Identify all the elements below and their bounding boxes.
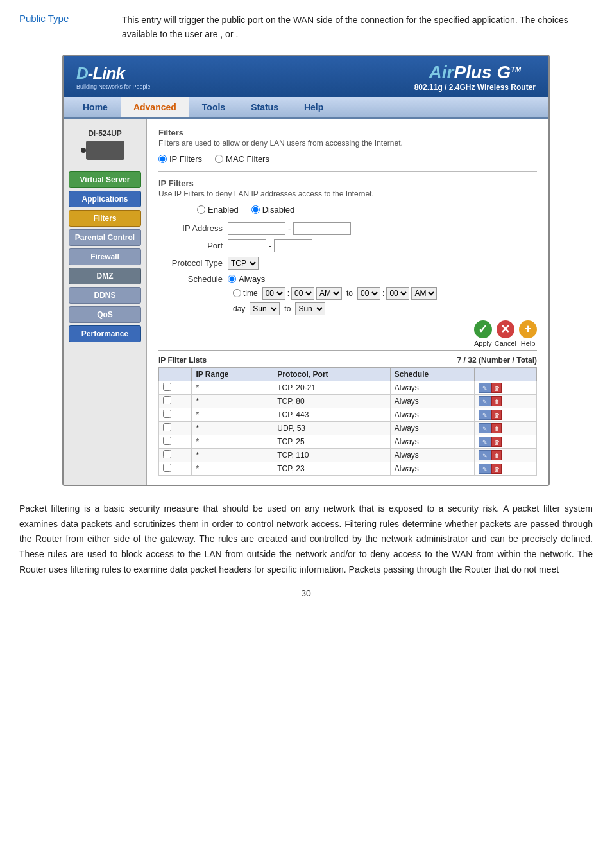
delete-button-5[interactable]: 🗑 (491, 450, 502, 460)
protocol-select[interactable]: TCP UDP Both (228, 257, 259, 270)
airplus-logo: AirPlus GTM 802.11g / 2.4GHz Wireless Ro… (414, 62, 536, 92)
row-actions-5: ✎🗑 (475, 448, 537, 462)
to-label-day: to (284, 304, 291, 313)
always-radio-label[interactable]: Always (228, 274, 265, 284)
apply-icon[interactable]: ✓ (474, 320, 492, 338)
enabled-row: Enabled Disabled (197, 205, 537, 214)
sidebar-item-firewall[interactable]: Firewall (69, 248, 141, 265)
sidebar-item-filters[interactable]: Filters (69, 210, 141, 227)
page-number: 30 (19, 588, 593, 598)
disabled-radio-label[interactable]: Disabled (251, 205, 295, 214)
edit-button-2[interactable]: ✎ (479, 410, 491, 420)
dlink-logo: D-Link Building Networks for People (76, 64, 151, 90)
ip-filters-title: IP Filters (158, 178, 537, 188)
time-from-hour[interactable]: 00010612 (262, 287, 285, 300)
enabled-radio[interactable] (197, 205, 205, 214)
port-end[interactable] (274, 239, 312, 252)
cancel-icon[interactable]: ✕ (497, 320, 514, 338)
row-proto-6: TCP, 23 (273, 462, 391, 475)
row-checkbox-5[interactable] (159, 448, 192, 462)
ip-filters-radio-label[interactable]: IP Filters (158, 154, 202, 164)
sidebar-item-parental-control[interactable]: Parental Control (69, 229, 141, 246)
nav-status[interactable]: Status (238, 97, 291, 117)
disabled-radio[interactable] (251, 205, 260, 214)
edit-button-3[interactable]: ✎ (479, 423, 491, 433)
apply-button[interactable]: ✓ Apply (474, 320, 492, 347)
mac-filters-radio-label[interactable]: MAC Filters (215, 154, 269, 164)
row-schedule-4: Always (390, 435, 474, 448)
row-checkbox-0[interactable] (159, 381, 192, 394)
row-checkbox-2[interactable] (159, 408, 192, 421)
airplus-text: AirPlus GTM (414, 62, 536, 83)
sidebar: DI-524UP Virtual Server Applications Fil… (64, 119, 147, 485)
nav-tools[interactable]: Tools (189, 97, 238, 117)
nav-advanced[interactable]: Advanced (121, 97, 189, 117)
time-radio[interactable] (233, 289, 241, 297)
filter-table-header: IP Filter Lists 7 / 32 (Number / Total) (158, 356, 537, 365)
always-radio[interactable] (228, 275, 236, 283)
row-actions-0: ✎🗑 (475, 381, 537, 394)
delete-button-2[interactable]: 🗑 (491, 410, 502, 420)
day-to[interactable]: SunMonTueWedThuFriSat (295, 302, 325, 315)
time-from-min[interactable]: 00153045 (291, 287, 314, 300)
time-from-ampm[interactable]: AMPM (316, 287, 342, 300)
cancel-button[interactable]: ✕ Cancel (495, 320, 516, 347)
delete-button-4[interactable]: 🗑 (491, 437, 502, 447)
ip-filters-radio[interactable] (158, 155, 167, 163)
ip-address-end[interactable] (293, 222, 351, 235)
port-label: Port (158, 241, 223, 250)
row-ip-2: * (192, 408, 273, 421)
ip-address-row: IP Address - (158, 222, 537, 235)
filters-desc: Filters are used to allow or deny LAN us… (158, 139, 537, 148)
edit-button-1[interactable]: ✎ (479, 396, 491, 406)
col-ip-range: IP Range (192, 367, 273, 381)
filter-list-title: IP Filter Lists (158, 356, 207, 365)
to-label-time: to (346, 289, 353, 298)
row-proto-1: TCP, 80 (273, 394, 391, 408)
sidebar-item-ddns[interactable]: DDNS (69, 287, 141, 304)
delete-button-3[interactable]: 🗑 (491, 423, 502, 433)
help-icon[interactable]: + (519, 320, 537, 338)
row-proto-5: TCP, 110 (273, 448, 391, 462)
sidebar-item-performance[interactable]: Performance (69, 326, 141, 342)
delete-button-0[interactable]: 🗑 (491, 383, 502, 393)
edit-button-5[interactable]: ✎ (479, 450, 491, 460)
time-to-ampm[interactable]: AMPM (411, 287, 437, 300)
mac-filters-radio[interactable] (215, 155, 223, 163)
row-actions-6: ✎🗑 (475, 462, 537, 475)
schedule-label: Schedule (158, 274, 223, 284)
help-button[interactable]: + Help (519, 320, 537, 347)
sidebar-item-virtual-server[interactable]: Virtual Server (69, 171, 141, 188)
time-label: time (243, 289, 258, 298)
sidebar-device: DI-524UP (64, 125, 146, 169)
edit-button-4[interactable]: ✎ (479, 437, 491, 447)
table-row: * TCP, 20-21 Always ✎🗑 (159, 381, 537, 394)
edit-button-6[interactable]: ✎ (479, 464, 491, 474)
time-to-min[interactable]: 00153045 (386, 287, 409, 300)
enabled-radio-label[interactable]: Enabled (197, 205, 239, 214)
row-actions-4: ✎🗑 (475, 435, 537, 448)
ip-address-label: IP Address (158, 223, 223, 233)
day-from[interactable]: SunMonTueWedThuFriSat (250, 302, 280, 315)
sidebar-item-qos[interactable]: QoS (69, 306, 141, 323)
row-checkbox-6[interactable] (159, 462, 192, 475)
port-start[interactable] (228, 239, 266, 252)
row-ip-0: * (192, 381, 273, 394)
delete-button-1[interactable]: 🗑 (491, 396, 502, 406)
delete-button-6[interactable]: 🗑 (491, 464, 502, 474)
main-content: Filters Filters are used to allow or den… (147, 119, 548, 485)
row-ip-5: * (192, 448, 273, 462)
row-actions-1: ✎🗑 (475, 394, 537, 408)
ip-address-start[interactable] (228, 222, 285, 235)
row-checkbox-4[interactable] (159, 435, 192, 448)
nav-help[interactable]: Help (291, 97, 336, 117)
edit-button-0[interactable]: ✎ (479, 383, 491, 393)
sidebar-item-applications[interactable]: Applications (69, 191, 141, 207)
nav-home[interactable]: Home (70, 97, 121, 117)
sidebar-item-dmz[interactable]: DMZ (69, 268, 141, 284)
row-checkbox-3[interactable] (159, 421, 192, 435)
row-checkbox-1[interactable] (159, 394, 192, 408)
time-to-hour[interactable]: 00010612 (357, 287, 380, 300)
filter-table-section: IP Filter Lists 7 / 32 (Number / Total) … (158, 350, 537, 476)
bottom-text: Packet filtering is a basic security mea… (19, 501, 593, 578)
